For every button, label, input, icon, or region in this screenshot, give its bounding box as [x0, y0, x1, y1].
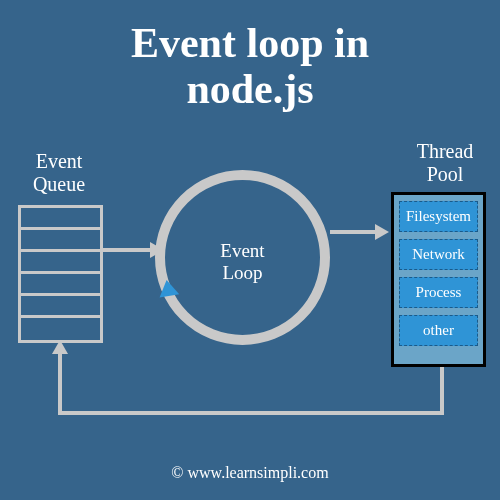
queue-slot: [21, 208, 100, 230]
diagram-title: Event loop in node.js: [0, 0, 500, 112]
queue-slot: [21, 318, 100, 340]
event-queue-box: [18, 205, 103, 343]
title-line-1: Event loop in: [131, 20, 369, 66]
pool-item-filesystem: Filesystem: [399, 201, 478, 232]
return-path-segment: [440, 367, 444, 415]
pool-item-network: Network: [399, 239, 478, 270]
pool-item-other: other: [399, 315, 478, 346]
queue-slot: [21, 274, 100, 296]
loop-label-line-1: Event: [220, 240, 264, 261]
arrow-loop-to-pool: [330, 230, 378, 234]
arrowhead-icon: [52, 340, 68, 354]
event-loop-label: Event Loop: [195, 240, 290, 284]
thread-pool-box: Filesystem Network Process other: [391, 192, 486, 367]
queue-slot: [21, 296, 100, 318]
footer-credit: © www.learnsimpli.com: [0, 464, 500, 482]
return-path-segment: [58, 411, 444, 415]
diagram-stage: Event Queue Event Loop Thread Pool Files…: [0, 150, 500, 450]
loop-label-line-2: Loop: [222, 262, 262, 283]
arrowhead-icon: [375, 224, 389, 240]
queue-slot: [21, 252, 100, 274]
title-line-2: node.js: [186, 66, 313, 112]
loop-direction-arrow-icon: [157, 278, 179, 297]
queue-slot: [21, 230, 100, 252]
return-path-segment: [58, 350, 62, 415]
pool-item-process: Process: [399, 277, 478, 308]
event-queue-label: Event Queue: [14, 150, 104, 196]
thread-pool-label: Thread Pool: [400, 140, 490, 186]
arrow-queue-to-loop: [103, 248, 153, 252]
